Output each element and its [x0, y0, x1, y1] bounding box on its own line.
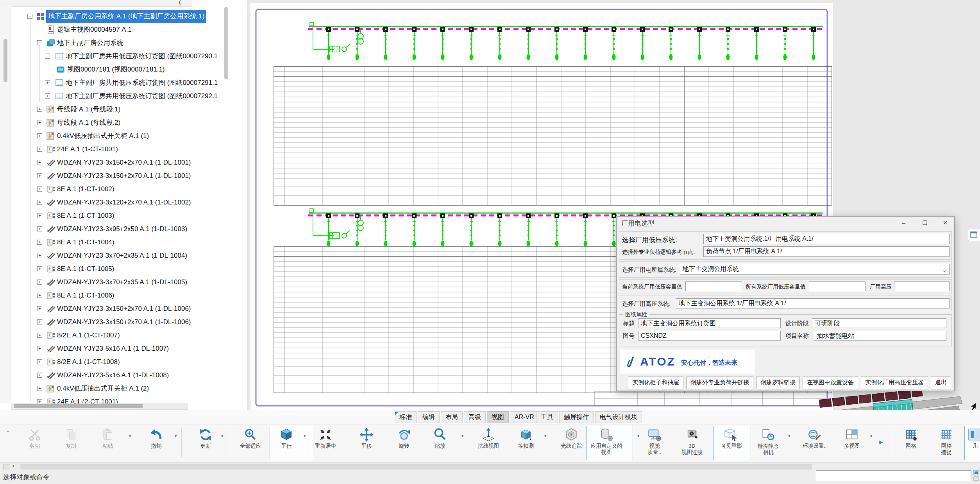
toolbar-button-recenter[interactable]: 重新居中: [308, 427, 343, 449]
dropdown-caret-icon[interactable]: ▾: [221, 434, 224, 439]
toolbar-collapse-icon[interactable]: ⌄: [5, 427, 11, 434]
tree-item-label[interactable]: 视图00007181 (视图00007181.1): [67, 63, 165, 76]
tree-item[interactable]: +WDZAN-YJY23-3x95+2x50 A.1 (1-DL-1003): [0, 222, 247, 236]
toolbar-button-pan[interactable]: 平移: [349, 427, 384, 449]
expand-icon[interactable]: +: [37, 226, 42, 231]
toolbar-button-3d-transition[interactable]: 3D 视图过渡: [674, 427, 710, 455]
expand-icon[interactable]: +: [37, 306, 42, 311]
current-capacity-input[interactable]: [685, 281, 742, 291]
hv-input[interactable]: [894, 281, 950, 291]
maximize-button[interactable]: ☐: [918, 218, 932, 228]
ext-load-node-input[interactable]: 负荷节点.1/厂用电系统 A.1/: [703, 246, 950, 257]
close-button[interactable]: ✕: [939, 218, 952, 228]
tree-item[interactable]: +WDZAN-YJY23-3x120+2x70 A.1 (1-DL-1002): [0, 196, 247, 209]
project-name-input[interactable]: 抽水蓄能电站: [814, 331, 946, 341]
tree-item[interactable]: 逻辑主视图00004597 A.1: [0, 23, 247, 36]
expand-icon[interactable]: +: [37, 133, 42, 138]
tab-触屏操作[interactable]: 触屏操作: [559, 411, 594, 423]
tree-item[interactable]: +0.4kV低压抽出式开关柜 A.1 (1): [0, 129, 247, 143]
tree-item-label[interactable]: 地下主副厂房公用系统 A.1 (地下主副厂房公用系统.1): [46, 10, 206, 23]
tree-item[interactable]: +8/2E A.1 (1-CT-1007): [0, 329, 247, 342]
dropdown-caret-icon[interactable]: ▾: [175, 434, 177, 439]
tab-AR-VR[interactable]: AR-VR: [510, 411, 539, 423]
tree-item[interactable]: +8E A.1 (1-CT-1003): [0, 209, 247, 222]
dropdown-caret-icon[interactable]: ▾: [544, 434, 547, 439]
belong-system-select[interactable]: 地下主变洞公用系统 ⌄: [680, 264, 950, 275]
dialog-button[interactable]: 创建外专业负荷并链接: [686, 376, 753, 389]
side-panel-button[interactable]: [968, 229, 980, 241]
tree-item-label[interactable]: 24E A.1 (1-CT-1001): [57, 143, 118, 156]
tree-item[interactable]: +WDZAN-YJY23-3x150+2x70 A.1 (1-DL-1006): [0, 315, 247, 329]
tree-item-label[interactable]: WDZAN-YJY23-5x16 A.1 (1-DL-1007): [57, 342, 169, 355]
expand-icon[interactable]: +: [37, 280, 42, 285]
tree-item-label[interactable]: 逻辑主视图00004597 A.1: [57, 23, 132, 36]
expand-icon[interactable]: +: [37, 386, 42, 391]
tree-vertical-scrollbar[interactable]: [224, 7, 228, 79]
dropdown-caret-icon[interactable]: ▾: [870, 434, 873, 439]
lv-system-input[interactable]: 地下主变洞公用系统.1/厂用电系统 A.1/: [703, 234, 950, 244]
tree-item-label[interactable]: 8/2E A.1 (1-CT-1007): [57, 329, 120, 342]
tree-item[interactable]: +24E A.1 (1-CT-1001): [0, 143, 247, 156]
toolbar-button-multiview[interactable]: 多视图: [834, 427, 870, 449]
tree-item[interactable]: +WDZAN-YJY23-3x70+2x35 A.1 (1-DL-1005): [0, 276, 247, 289]
toolbar-button-undo[interactable]: 撤销: [138, 427, 174, 449]
chevron-down-icon[interactable]: ⌄: [942, 265, 947, 274]
sheet-no-input[interactable]: CSXNDZ: [638, 331, 781, 341]
tree-item[interactable]: +8/2E A.1 (1-CT-1008): [0, 355, 247, 369]
tree-item-label[interactable]: 8E A.1 (1-CT-1005): [57, 262, 114, 276]
tree-item[interactable]: +地下主副厂房共用低压系统订货图 (图纸00007292.1: [0, 90, 247, 103]
sheet-title-input[interactable]: 地下主变洞公用系统订货图: [638, 318, 781, 328]
tree-item-label[interactable]: WDZAN-YJY23-3x150+2x70 A.1 (1-DL-1001): [57, 169, 191, 183]
tree-item[interactable]: +母线段 A.1 (母线段.1): [0, 103, 247, 116]
minimize-button[interactable]: –: [897, 218, 910, 228]
expand-icon[interactable]: +: [37, 186, 42, 192]
collapse-icon[interactable]: −: [27, 14, 32, 19]
dropdown-caret-icon[interactable]: ▾: [461, 434, 464, 439]
tree-item-label[interactable]: WDZAN-YJY23-5x16 A.1 (1-DL-1008): [57, 369, 169, 382]
expand-icon[interactable]: +: [37, 107, 42, 112]
expand-icon[interactable]: +: [37, 319, 42, 324]
tree-item-label[interactable]: WDZAN-YJY23-3x150+2x70 A.1 (1-DL-1006): [57, 315, 191, 329]
tree-item-label[interactable]: 8/2E A.1 (1-CT-1008): [57, 355, 120, 369]
toolbar-button-cube[interactable]: 平行: [268, 427, 304, 449]
toolbar-button-isometric[interactable]: 等轴测: [508, 427, 544, 449]
dialog-button[interactable]: 实例化厂用高压变压器: [861, 376, 928, 389]
tree-item[interactable]: +WDZAN-YJY23-3x70+2x35 A.1 (1-DL-1004): [0, 249, 247, 262]
tree-item[interactable]: +8E A.1 (1-CT-1002): [0, 183, 247, 196]
tab-标准[interactable]: 标准: [395, 411, 417, 423]
expand-icon[interactable]: +: [37, 240, 42, 245]
tree-item[interactable]: −地下主副厂房公用系统: [0, 36, 247, 50]
toolbar-button-zoom[interactable]: 缩放: [422, 427, 458, 449]
tree-item[interactable]: −地下主副厂房公用系统 A.1 (地下主副厂房公用系统.1): [0, 10, 247, 23]
expand-icon[interactable]: +: [37, 173, 42, 178]
tab-布局[interactable]: 布局: [441, 411, 463, 423]
tree-item[interactable]: +WDZAN-YJY23-3x150+2x70 A.1 (1-DL-1006): [0, 302, 247, 315]
tree-item[interactable]: +母线段 A.1 (母线段.2): [0, 116, 247, 129]
tab-高级[interactable]: 高级: [464, 411, 486, 423]
tree-item[interactable]: +WDZAN-YJY23-5x16 A.1 (1-DL-1007): [0, 342, 247, 355]
tree-item-label[interactable]: 母线段 A.1 (母线段.1): [57, 103, 120, 116]
tree-item-label[interactable]: WDZAN-YJY23-3x150+2x70 A.1 (1-DL-1001): [57, 156, 191, 169]
horizontal-scrollbar-track[interactable]: [20, 464, 812, 470]
tree-item-label[interactable]: WDZAN-YJY23-3x120+2x70 A.1 (1-DL-1002): [57, 196, 191, 209]
status-corner-icons[interactable]: [973, 470, 979, 481]
toolbar-flyout-icon[interactable]: ▶: [879, 439, 883, 445]
expand-icon[interactable]: +: [37, 359, 42, 364]
tree-item-label[interactable]: WDZAN-YJY23-3x95+2x50 A.1 (1-DL-1003): [57, 222, 187, 236]
expand-icon[interactable]: +: [37, 266, 42, 271]
dropdown-caret-icon[interactable]: ▾: [788, 434, 790, 439]
design-stage-input[interactable]: 可研阶段: [812, 318, 946, 328]
tree-item-label[interactable]: 地下主副厂房共用低压系统订货图 (图纸00007292.1: [66, 90, 218, 103]
dropdown-caret-icon[interactable]: ▾: [304, 434, 306, 439]
dropdown-caret-icon[interactable]: ▾: [129, 434, 131, 439]
tab-电气设计模块[interactable]: 电气设计模块: [595, 411, 642, 423]
tab-视图[interactable]: 视图: [487, 411, 509, 423]
dialog-button[interactable]: 退出: [931, 376, 951, 389]
toolbar-button-grid[interactable]: 网格: [893, 427, 929, 449]
tree-item-label[interactable]: 地下主副厂房共用低压系统订货图 (图纸00007290.1: [66, 50, 218, 63]
expand-icon[interactable]: +: [37, 160, 42, 165]
dialog-titlebar[interactable]: 厂用电选型 – ☐ ✕: [617, 217, 954, 229]
expand-icon[interactable]: +: [45, 93, 50, 99]
all-capacity-input[interactable]: [809, 281, 866, 291]
tree-item[interactable]: +8E A.1 (1-CT-1004): [0, 236, 247, 249]
